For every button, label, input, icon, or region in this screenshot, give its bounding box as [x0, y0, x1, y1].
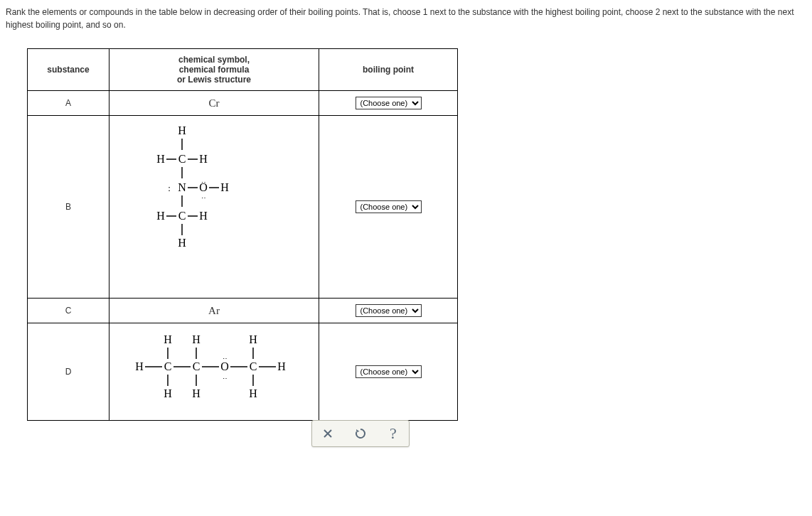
svg-text:H: H — [178, 124, 186, 136]
svg-text:H: H — [164, 333, 172, 345]
close-icon[interactable] — [319, 425, 336, 442]
svg-text:‥: ‥ — [223, 353, 228, 360]
svg-text:H: H — [192, 387, 201, 399]
svg-text:H: H — [249, 387, 257, 399]
svg-text:C: C — [164, 360, 172, 372]
rank-select-d[interactable]: (Choose one) — [356, 365, 422, 378]
svg-text:C: C — [193, 360, 201, 372]
svg-text:H: H — [178, 237, 186, 249]
rank-select-c[interactable]: (Choose one) — [356, 304, 422, 317]
substance-label-c: C — [28, 299, 109, 323]
question-text: Rank the elements or compounds in the ta… — [6, 6, 806, 31]
lewis-structure-d: H H H ‥ H C — [118, 329, 310, 414]
substance-label-d: D — [28, 323, 109, 421]
lewis-structure-b: H H C H : N — [118, 122, 310, 292]
svg-text:‥: ‥ — [223, 372, 228, 380]
svg-text:C: C — [178, 153, 186, 165]
help-icon[interactable]: ? — [385, 425, 402, 442]
svg-text:H: H — [220, 181, 229, 193]
svg-text:H: H — [156, 153, 165, 165]
svg-text:C: C — [178, 210, 186, 222]
svg-text:O: O — [220, 360, 229, 372]
svg-text:H: H — [156, 210, 165, 222]
svg-text:H: H — [199, 153, 208, 165]
structure-b: H H C H : N — [109, 116, 319, 299]
svg-text:H: H — [249, 333, 257, 345]
svg-text:N: N — [178, 181, 186, 193]
structure-c: Ar — [109, 299, 319, 323]
svg-text:H: H — [192, 333, 201, 345]
svg-text:C: C — [250, 360, 257, 372]
ranking-table: substance chemical symbol, chemical form… — [27, 48, 458, 421]
table-row: C Ar (Choose one) — [28, 299, 458, 323]
substance-label-a: A — [28, 91, 109, 116]
svg-text:H: H — [135, 360, 144, 372]
answer-controls: ? — [311, 420, 410, 447]
structure-a: Cr — [109, 91, 319, 116]
svg-text:H: H — [199, 210, 208, 222]
header-structure: chemical symbol, chemical formula or Lew… — [109, 49, 319, 91]
svg-text:‥: ‥ — [201, 192, 206, 200]
header-boiling: boiling point — [319, 49, 458, 91]
substance-label-b: B — [28, 116, 109, 299]
table-row: A Cr (Choose one) — [28, 91, 458, 116]
svg-text:H: H — [277, 360, 286, 372]
table-row: B H H C H — [28, 116, 458, 299]
reset-icon[interactable] — [352, 425, 369, 442]
svg-text::: : — [168, 183, 171, 193]
rank-select-b[interactable]: (Choose one) — [356, 200, 422, 213]
header-substance: substance — [28, 49, 109, 91]
structure-d: H H H ‥ H C — [109, 323, 319, 421]
svg-text:H: H — [164, 387, 172, 399]
rank-select-a[interactable]: (Choose one) — [356, 97, 422, 109]
table-row: D H H H ‥ — [28, 323, 458, 421]
